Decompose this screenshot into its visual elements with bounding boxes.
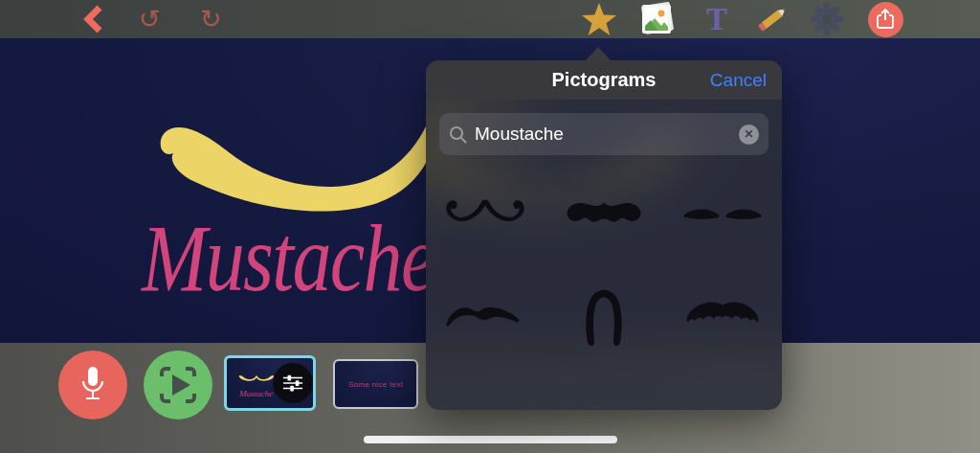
popover-header: Pictograms Cancel — [426, 60, 782, 100]
pictograms-popover: Pictograms Cancel ✕ — [426, 60, 782, 410]
pencil-thin-mustache-icon — [677, 188, 768, 241]
record-button[interactable] — [58, 351, 127, 419]
pictogram-row — [426, 279, 782, 353]
app-window: Mustache ↺ ↻ — [0, 0, 980, 453]
natural-mustache-icon — [439, 289, 531, 343]
play-preview-button[interactable] — [144, 351, 212, 419]
full-wavy-mustache-icon — [558, 188, 650, 241]
clear-search-icon[interactable]: ✕ — [739, 125, 759, 145]
slide-thumbnail-2[interactable]: Some nice text — [333, 359, 418, 409]
share-icon — [875, 8, 896, 31]
share-button[interactable] — [867, 0, 903, 38]
undo-button[interactable]: ↺ — [132, 0, 167, 38]
handlebar-mustache-icon — [439, 188, 531, 241]
search-bar[interactable]: ✕ — [439, 113, 768, 155]
redo-button[interactable]: ↻ — [193, 0, 228, 38]
pictogram-natural-mustache[interactable] — [426, 279, 545, 353]
gear-icon — [810, 2, 844, 36]
pictograms-button[interactable] — [581, 0, 617, 38]
horseshoe-mustache-icon — [561, 281, 647, 351]
slide-thumbnail-1[interactable]: Mustache — [224, 355, 316, 411]
search-input[interactable] — [475, 124, 739, 145]
play-icon — [156, 363, 200, 407]
draw-button[interactable] — [754, 0, 791, 38]
pencil-icon — [755, 2, 790, 36]
cancel-button[interactable]: Cancel — [710, 60, 767, 100]
photos-button[interactable] — [636, 0, 677, 38]
pictogram-full-wavy-mustache[interactable] — [545, 177, 663, 252]
pictogram-walrus-mustache[interactable] — [663, 279, 782, 353]
settings-button[interactable] — [809, 0, 845, 38]
back-chevron-icon — [81, 5, 106, 34]
popover-title: Pictograms — [552, 69, 657, 91]
top-toolbar: ↺ ↻ T — [0, 0, 980, 38]
pictogram-pencil-thin-mustache[interactable] — [663, 177, 782, 252]
text-tool-icon: T — [706, 2, 727, 37]
redo-icon: ↻ — [200, 0, 222, 38]
search-icon — [449, 125, 467, 144]
undo-icon: ↺ — [139, 0, 161, 38]
thumbnail-slide-label: Some nice text — [335, 361, 416, 407]
adjustments-badge[interactable] — [273, 363, 313, 403]
pictogram-horseshoe-mustache[interactable] — [545, 279, 663, 353]
popover-arrow — [586, 47, 611, 60]
pictogram-row — [426, 177, 782, 252]
pictogram-handlebar-mustache[interactable] — [426, 177, 545, 252]
photos-icon — [636, 1, 677, 37]
text-tool-button[interactable]: T — [700, 0, 734, 38]
home-indicator[interactable] — [364, 436, 617, 443]
star-icon — [581, 2, 617, 37]
share-circle — [868, 2, 903, 37]
back-button[interactable] — [77, 0, 111, 38]
thumbnail-slide-label: Mustache — [239, 389, 273, 398]
sliders-icon — [282, 374, 303, 393]
walrus-mustache-icon — [677, 289, 768, 343]
microphone-icon — [78, 365, 107, 405]
